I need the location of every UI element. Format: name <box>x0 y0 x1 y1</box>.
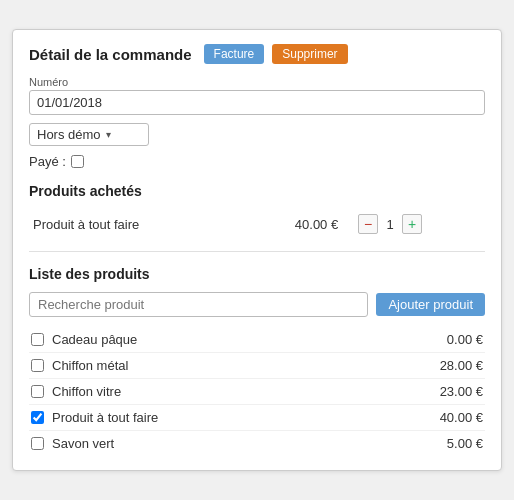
qty-plus-button[interactable]: + <box>402 214 422 234</box>
product-price: 40.00 € <box>413 410 483 425</box>
client-value: Hors démo <box>37 127 101 142</box>
product-name: Cadeau pâque <box>52 332 413 347</box>
panel-header: Détail de la commande Facture Supprimer <box>29 44 485 64</box>
product-price: 0.00 € <box>413 332 483 347</box>
list-item: Cadeau pâque 0.00 € <box>29 327 485 353</box>
client-group: Hors démo ▾ <box>29 123 485 146</box>
product-name: Chiffon vitre <box>52 384 413 399</box>
search-add-row: Ajouter produit <box>29 292 485 317</box>
product-list: Cadeau pâque 0.00 € Chiffon métal 28.00 … <box>29 327 485 456</box>
product-price: 5.00 € <box>413 436 483 451</box>
table-row: Produit à tout faire 40.00 € − 1 + <box>29 209 485 239</box>
numero-input[interactable] <box>29 90 485 115</box>
paye-label: Payé : <box>29 154 66 169</box>
paye-row: Payé : <box>29 154 485 169</box>
facture-button[interactable]: Facture <box>204 44 265 64</box>
product-checkbox[interactable] <box>31 333 44 346</box>
product-checkbox[interactable] <box>31 385 44 398</box>
qty-control: − 1 + <box>342 209 485 239</box>
product-name: Savon vert <box>52 436 413 451</box>
produits-achetes-table: Produit à tout faire 40.00 € − 1 + <box>29 209 485 239</box>
ajouter-produit-button[interactable]: Ajouter produit <box>376 293 485 316</box>
list-item: Chiffon vitre 23.00 € <box>29 379 485 405</box>
product-price: 28.00 € <box>413 358 483 373</box>
qty-value: 1 <box>381 217 399 232</box>
supprimer-button[interactable]: Supprimer <box>272 44 347 64</box>
chevron-down-icon: ▾ <box>106 129 111 140</box>
numero-label: Numéro <box>29 76 485 88</box>
divider <box>29 251 485 252</box>
list-item: Chiffon métal 28.00 € <box>29 353 485 379</box>
page-title: Détail de la commande <box>29 46 192 63</box>
numero-group: Numéro <box>29 76 485 115</box>
product-name: Produit à tout faire <box>29 209 223 239</box>
liste-produits-title: Liste des produits <box>29 266 485 282</box>
product-price: 40.00 € <box>223 209 342 239</box>
product-checkbox[interactable] <box>31 411 44 424</box>
client-select[interactable]: Hors démo ▾ <box>29 123 149 146</box>
list-item: Savon vert 5.00 € <box>29 431 485 456</box>
product-name: Produit à tout faire <box>52 410 413 425</box>
product-name: Chiffon métal <box>52 358 413 373</box>
search-input[interactable] <box>29 292 368 317</box>
product-price: 23.00 € <box>413 384 483 399</box>
qty-minus-button[interactable]: − <box>358 214 378 234</box>
produits-achetes-title: Produits achetés <box>29 183 485 199</box>
list-item: Produit à tout faire 40.00 € <box>29 405 485 431</box>
product-checkbox[interactable] <box>31 359 44 372</box>
order-detail-panel: Détail de la commande Facture Supprimer … <box>12 29 502 471</box>
product-checkbox[interactable] <box>31 437 44 450</box>
paye-checkbox[interactable] <box>71 155 84 168</box>
